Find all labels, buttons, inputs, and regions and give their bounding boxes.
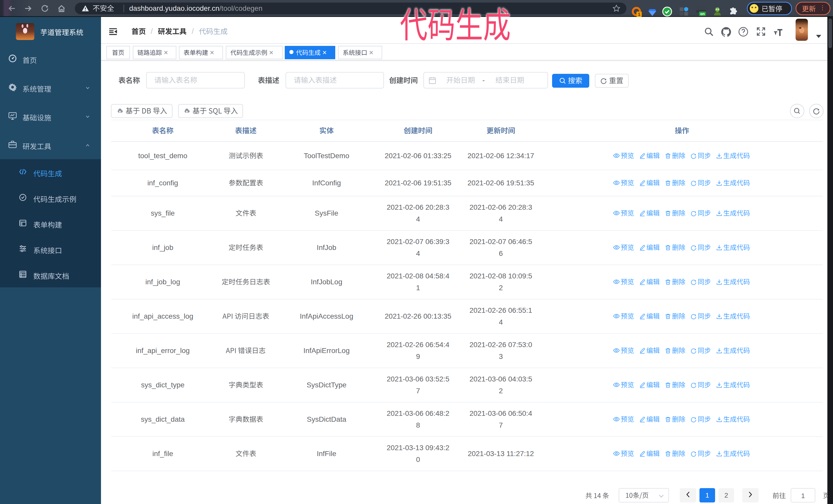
- svg-text:1: 1: [638, 12, 641, 17]
- svg-text:on: on: [700, 12, 705, 16]
